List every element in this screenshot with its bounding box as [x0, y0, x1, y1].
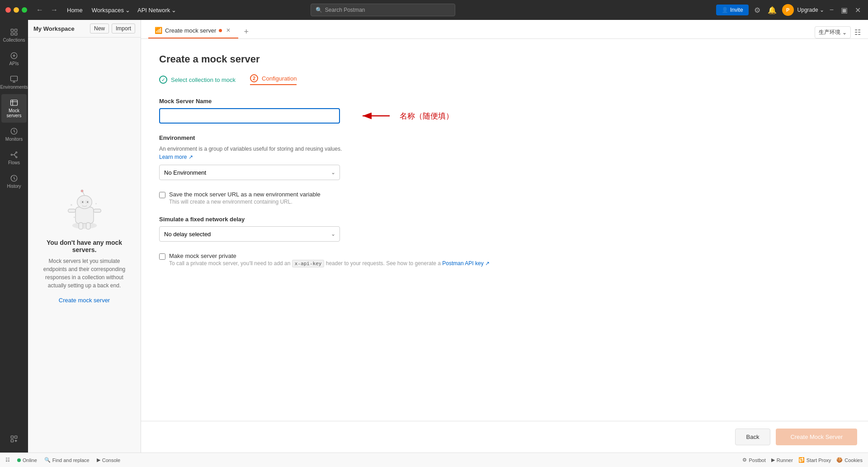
- window-close-icon[interactable]: ✕: [853, 4, 863, 16]
- proxy-icon: 🔁: [798, 457, 805, 463]
- postbot-btn[interactable]: ⚙ Postbot: [742, 457, 765, 463]
- env-selector[interactable]: 生产环境 ⌄: [815, 26, 851, 38]
- tab-bar: 📶 Create mock server ✕ + 生产环境 ⌄ ☷: [141, 20, 868, 39]
- import-button[interactable]: Import: [112, 24, 135, 33]
- svg-rect-5: [11, 76, 18, 81]
- invite-button[interactable]: 👤 Invite: [716, 5, 749, 15]
- bottom-action-bar: Back Create Mock Server: [141, 421, 868, 453]
- window-restore-icon[interactable]: ▣: [839, 4, 849, 16]
- environment-desc: An environment is a group of variables u…: [159, 145, 530, 161]
- sidebar-item-flows-label: Flows: [8, 160, 20, 165]
- new-button[interactable]: New: [90, 24, 109, 33]
- back-button[interactable]: Back: [735, 429, 771, 445]
- sidebar-item-history-label: History: [7, 184, 21, 189]
- nav-back-button[interactable]: ←: [34, 4, 45, 16]
- sidebar-item-flows[interactable]: Flows: [1, 146, 27, 170]
- sidebar-item-apis-label: APIs: [9, 61, 19, 66]
- avatar[interactable]: P: [782, 4, 794, 16]
- step2-label: Configuration: [262, 75, 297, 82]
- active-tab[interactable]: 📶 Create mock server ✕: [148, 23, 238, 38]
- console-btn[interactable]: ▶ Console: [97, 457, 120, 463]
- search-bar[interactable]: 🔍 Search Postman: [311, 4, 455, 16]
- new-tab-button[interactable]: +: [240, 25, 252, 38]
- console-icon: ▶: [97, 457, 100, 463]
- svg-point-28: [71, 204, 72, 206]
- titlebar: ← → Home Workspaces ⌄ API Network ⌄ 🔍 Se…: [0, 0, 868, 20]
- step2-number: 2: [250, 74, 258, 82]
- svg-rect-0: [11, 29, 13, 31]
- find-replace-btn[interactable]: 🔍 Find and replace: [44, 457, 90, 463]
- sidebar-item-mock-servers[interactable]: Mock servers: [1, 94, 27, 123]
- save-url-checkbox[interactable]: [159, 192, 165, 198]
- sidebar-item-extensions[interactable]: [1, 430, 27, 449]
- online-status[interactable]: Online: [17, 457, 37, 463]
- step1-label: Select collection to mock: [171, 76, 236, 83]
- svg-point-29: [95, 203, 97, 205]
- svg-point-30: [73, 217, 75, 218]
- learn-more-link[interactable]: Learn more ↗: [159, 154, 193, 160]
- layout-icon: ☷: [5, 457, 10, 463]
- sidebar-item-apis[interactable]: APIs: [1, 47, 27, 71]
- minimize-button[interactable]: [14, 7, 19, 13]
- delay-select[interactable]: No delay selected: [159, 226, 340, 242]
- delay-select-wrap: No delay selected ⌄: [159, 226, 340, 242]
- sidebar-item-collections[interactable]: Collections: [1, 24, 27, 47]
- delay-label: Simulate a fixed network delay: [159, 216, 530, 223]
- upgrade-button[interactable]: Upgrade ⌄: [797, 7, 824, 13]
- svg-rect-12: [11, 436, 13, 438]
- postman-api-key-link[interactable]: Postman API key ↗: [442, 260, 490, 267]
- runner-btn[interactable]: ▶ Runner: [771, 457, 793, 463]
- api-network-menu[interactable]: API Network ⌄: [137, 7, 176, 14]
- maximize-button[interactable]: [22, 7, 27, 13]
- workspaces-menu[interactable]: Workspaces ⌄: [92, 7, 130, 14]
- env-selector-label: 生产环境: [819, 29, 840, 36]
- private-label[interactable]: Make mock server private: [169, 253, 236, 259]
- runner-icon: ▶: [771, 457, 775, 463]
- cookies-icon: 🍪: [836, 457, 843, 463]
- user-plus-icon: 👤: [722, 7, 728, 13]
- sidebar-icons: Collections APIs Environments Mock serve…: [0, 20, 28, 453]
- svg-rect-27: [86, 223, 90, 229]
- svg-point-19: [80, 190, 83, 192]
- tab-label: Create mock server: [165, 27, 216, 34]
- cookies-btn[interactable]: 🍪 Cookies: [836, 457, 863, 463]
- tab-server-icon: 📶: [155, 27, 162, 34]
- sidebar-item-environments[interactable]: Environments: [1, 71, 27, 94]
- save-url-label[interactable]: Save the mock server URL as a new enviro…: [169, 191, 321, 198]
- svg-rect-1: [15, 29, 17, 31]
- tab-unsaved-dot: [219, 29, 222, 32]
- svg-rect-3: [15, 33, 17, 35]
- online-label: Online: [23, 457, 37, 463]
- status-bar-right: ⚙ Postbot ▶ Runner 🔁 Start Proxy 🍪 Cooki…: [742, 457, 863, 463]
- private-checkbox[interactable]: [159, 253, 165, 260]
- postbot-icon: ⚙: [742, 457, 747, 463]
- save-url-section: Save the mock server URL as a new enviro…: [159, 191, 530, 205]
- content-spacer: [141, 292, 868, 421]
- sidebar-item-environments-label: Environments: [0, 85, 28, 90]
- start-proxy-btn[interactable]: 🔁 Start Proxy: [798, 457, 831, 463]
- sidebar-item-mock-servers-label: Mock servers: [3, 108, 25, 118]
- empty-state-desc: Mock servers let you simulate endpoints …: [37, 257, 132, 290]
- svg-rect-26: [79, 223, 83, 229]
- environment-select[interactable]: No Environment: [159, 165, 340, 180]
- notifications-icon[interactable]: 🔔: [766, 4, 778, 16]
- main-layout: Collections APIs Environments Mock serve…: [0, 20, 868, 453]
- close-button[interactable]: [5, 7, 11, 13]
- window-minimize-icon[interactable]: −: [828, 4, 835, 16]
- settings-icon[interactable]: ⚙: [752, 4, 762, 16]
- status-bar: ☷ Online 🔍 Find and replace ▶ Console ⚙ …: [0, 453, 868, 467]
- status-layout-icon[interactable]: ☷: [5, 457, 10, 463]
- step1-check-icon: ✓: [159, 76, 167, 84]
- home-link[interactable]: Home: [67, 7, 83, 14]
- step-1: ✓ Select collection to mock: [159, 76, 236, 84]
- left-panel-content: You don't have any mock servers. Mock se…: [28, 38, 141, 453]
- create-mock-server-button[interactable]: Create Mock Server: [776, 429, 857, 445]
- mock-name-input[interactable]: [159, 108, 340, 124]
- sidebar-item-history[interactable]: History: [1, 170, 27, 193]
- env-panel-toggle[interactable]: ☷: [854, 28, 861, 37]
- nav-forward-button[interactable]: →: [49, 4, 60, 16]
- titlebar-right: 👤 Invite ⚙ 🔔 P Upgrade ⌄ − ▣ ✕: [716, 4, 863, 16]
- tab-close-button[interactable]: ✕: [225, 27, 232, 34]
- sidebar-item-monitors[interactable]: Monitors: [1, 123, 27, 146]
- create-mock-server-link[interactable]: Create mock server: [59, 297, 110, 304]
